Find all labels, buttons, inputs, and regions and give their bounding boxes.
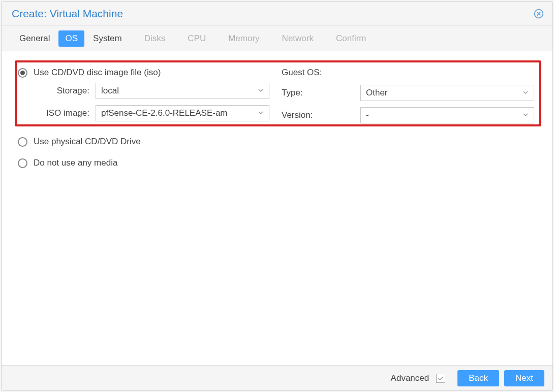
tab-confirm: Confirm <box>328 30 374 47</box>
advanced-checkbox[interactable] <box>436 374 445 383</box>
tab-disks: Disks <box>137 30 173 47</box>
storage-select[interactable]: local <box>96 83 269 99</box>
tab-os[interactable]: OS <box>58 30 84 47</box>
iso-image-value: pfSense-CE-2.6.0-RELEASE-am <box>101 108 254 118</box>
back-button[interactable]: Back <box>457 370 499 386</box>
radio-no-media-label: Do not use any media <box>34 158 117 168</box>
radio-no-media[interactable]: Do not use any media <box>18 158 536 168</box>
iso-image-label: ISO image: <box>18 108 96 118</box>
radio-icon <box>18 158 27 168</box>
chevron-down-icon <box>258 108 264 118</box>
window-title: Create: Virtual Machine <box>12 8 123 20</box>
radio-use-physical-label: Use physical CD/DVD Drive <box>34 137 141 147</box>
advanced-label: Advanced <box>391 373 429 383</box>
check-icon <box>437 375 444 382</box>
storage-value: local <box>101 86 254 96</box>
version-select[interactable]: - <box>360 107 534 123</box>
tab-general[interactable]: General <box>12 30 57 47</box>
dialog-window: Create: Virtual Machine General OS Syste… <box>1 1 553 391</box>
tab-system[interactable]: System <box>85 30 130 47</box>
chevron-down-icon <box>258 86 264 96</box>
radio-icon <box>18 68 27 78</box>
tab-memory: Memory <box>221 30 267 47</box>
radio-icon <box>18 137 27 147</box>
chevron-down-icon <box>522 88 529 98</box>
version-label: Version: <box>282 110 360 120</box>
content-area: Use CD/DVD disc image file (iso) Storage… <box>2 51 552 365</box>
radio-use-iso-label: Use CD/DVD disc image file (iso) <box>34 68 161 78</box>
tab-cpu: CPU <box>180 30 213 47</box>
type-value: Other <box>366 88 518 98</box>
close-icon <box>534 9 544 19</box>
type-select[interactable]: Other <box>360 85 534 101</box>
version-value: - <box>366 110 518 120</box>
close-button[interactable] <box>533 8 544 19</box>
tab-network: Network <box>274 30 321 47</box>
iso-image-select[interactable]: pfSense-CE-2.6.0-RELEASE-am <box>96 105 269 121</box>
footer-bar: Advanced Back Next <box>2 365 552 390</box>
chevron-down-icon <box>522 110 529 120</box>
storage-label: Storage: <box>18 86 96 96</box>
radio-use-physical[interactable]: Use physical CD/DVD Drive <box>18 137 536 147</box>
tab-strip: General OS System Disks CPU Memory Netwo… <box>2 26 552 51</box>
title-bar: Create: Virtual Machine <box>2 2 552 26</box>
guest-os-header: Guest OS: <box>282 68 536 78</box>
next-button[interactable]: Next <box>504 370 544 386</box>
radio-use-iso[interactable]: Use CD/DVD disc image file (iso) <box>18 68 272 78</box>
type-label: Type: <box>282 88 360 98</box>
